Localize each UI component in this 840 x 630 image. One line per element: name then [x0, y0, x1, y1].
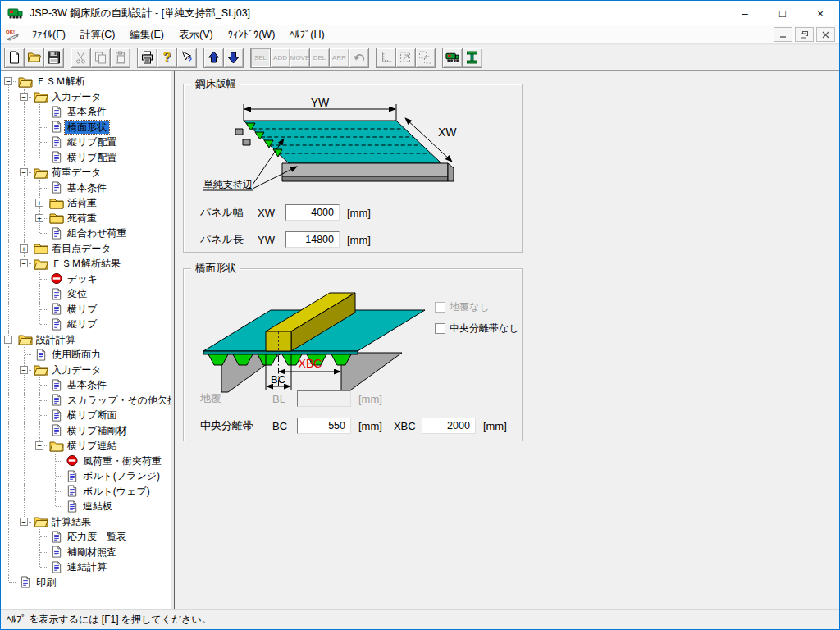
open-button[interactable]: [24, 48, 44, 68]
tree-item-label[interactable]: 横リブ断面: [65, 409, 120, 422]
tree-item[interactable]: +活荷重: [1, 195, 171, 211]
tree-item[interactable]: −ＦＳＭ解析: [1, 74, 171, 89]
section-tool-button[interactable]: [462, 48, 482, 68]
window-maximize-button[interactable]: □: [764, 1, 801, 25]
panel-length-input[interactable]: [285, 231, 340, 248]
tree-item-label[interactable]: 橋面形状: [65, 121, 109, 134]
expand-toggle-icon[interactable]: +: [35, 199, 43, 207]
tree-item-label[interactable]: 連結板: [80, 500, 115, 513]
collapse-toggle-icon[interactable]: −: [20, 259, 28, 267]
menu-file[interactable]: ﾌｧｲﾙ(F): [25, 27, 73, 42]
tree-item-label[interactable]: 基本条件: [65, 181, 109, 194]
tree-item[interactable]: 風荷重・衝突荷重: [1, 454, 171, 469]
tree-item[interactable]: +死荷重: [1, 211, 171, 226]
tree-item-label[interactable]: デッキ: [65, 272, 100, 285]
tree-item[interactable]: 基本条件: [1, 377, 171, 393]
tree-item[interactable]: ボルト(ウェブ): [1, 484, 171, 500]
tree-item-label[interactable]: ボルト(フランジ): [80, 469, 162, 482]
print-button[interactable]: [137, 48, 158, 68]
tree-item-label[interactable]: 入力データ: [49, 90, 104, 103]
collapse-toggle-icon[interactable]: −: [4, 77, 12, 85]
tree-item[interactable]: +着目点データ: [1, 241, 171, 257]
tree-item[interactable]: 連結計算: [1, 559, 171, 575]
tree-item-label[interactable]: 縦リブ配置: [65, 135, 120, 148]
tree-item[interactable]: 補剛材照査: [1, 545, 171, 560]
tree-item[interactable]: 横リブ: [1, 302, 171, 317]
tree-item-label[interactable]: 印刷: [34, 576, 58, 589]
tree-item-label[interactable]: 組合わせ荷重: [65, 226, 130, 240]
tree-item-label[interactable]: 基本条件: [65, 105, 109, 118]
no-curb-checkbox[interactable]: 地覆なし: [435, 300, 519, 314]
tree-item[interactable]: −ＦＳＭ解析結果: [1, 256, 171, 272]
tree-item-label[interactable]: 横リブ配置: [65, 151, 120, 164]
tree-item[interactable]: −横リブ連結: [1, 438, 171, 454]
tree-item[interactable]: 横リブ断面: [1, 408, 171, 423]
expand-toggle-icon[interactable]: +: [35, 214, 43, 222]
collapse-toggle-icon[interactable]: −: [20, 168, 28, 176]
tree-item[interactable]: 連結板: [1, 499, 171, 514]
tree-item[interactable]: −計算結果: [1, 514, 171, 530]
tree-item-label[interactable]: 横リブ補剛材: [65, 424, 130, 437]
menu-view[interactable]: 表示(V): [171, 26, 221, 43]
move-down-button[interactable]: [223, 48, 244, 68]
tree-item[interactable]: 変位: [1, 286, 171, 302]
collapse-toggle-icon[interactable]: −: [4, 336, 12, 344]
collapse-toggle-icon[interactable]: −: [35, 441, 43, 450]
tree-item[interactable]: −設計計算: [1, 332, 171, 348]
no-median-checkbox[interactable]: 中央分離帯なし: [435, 322, 519, 336]
tree-item[interactable]: −入力データ: [1, 363, 171, 378]
collapse-toggle-icon[interactable]: −: [20, 366, 28, 374]
menu-window[interactable]: ｳｨﾝﾄﾞｳ(W): [221, 27, 283, 42]
document-pencil-icon[interactable]: OK!: [5, 29, 20, 41]
no-curb-checkbox-input[interactable]: [435, 302, 445, 313]
tree-item-label[interactable]: 縦リブ: [65, 317, 100, 331]
tree-item[interactable]: 横リブ配置: [1, 150, 171, 166]
no-median-checkbox-input[interactable]: [435, 323, 445, 334]
new-button[interactable]: [4, 48, 25, 68]
tree-item[interactable]: ボルト(フランジ): [1, 468, 171, 484]
tree-item-label[interactable]: 荷重データ: [49, 166, 104, 179]
tree-item-label[interactable]: 入力データ: [49, 363, 104, 377]
tree-item[interactable]: 使用断面力: [1, 347, 171, 363]
mdi-minimize-button[interactable]: [774, 27, 792, 42]
collapse-toggle-icon[interactable]: −: [20, 518, 28, 526]
train-tool-button[interactable]: [442, 48, 463, 68]
mdi-restore-button[interactable]: [795, 27, 814, 42]
tree-item-label[interactable]: 計算結果: [49, 515, 94, 528]
tree-item[interactable]: 基本条件: [1, 180, 171, 196]
tree-item[interactable]: 縦リブ: [1, 317, 171, 332]
tree-item[interactable]: −入力データ: [1, 89, 171, 105]
tree-item-label[interactable]: 死荷重: [65, 212, 99, 225]
tree-item-label[interactable]: 横リブ: [65, 303, 100, 316]
tree-item[interactable]: スカラップ・その他欠損長: [1, 393, 171, 409]
panel-width-input[interactable]: [285, 204, 340, 221]
menu-help[interactable]: ﾍﾙﾌﾟ(H): [282, 27, 331, 42]
tree-item-label[interactable]: 設計計算: [34, 333, 78, 346]
tree-item-label[interactable]: 連結計算: [65, 560, 109, 573]
expand-toggle-icon[interactable]: +: [20, 244, 28, 253]
menu-edit[interactable]: 編集(E): [122, 26, 171, 43]
tree-item[interactable]: 横リブ補剛材: [1, 423, 171, 439]
tree-item[interactable]: −荷重データ: [1, 165, 171, 180]
tree-item-label[interactable]: ボルト(ウェブ): [80, 485, 153, 498]
tree-item[interactable]: 橋面形状: [1, 120, 171, 135]
tree-item-label[interactable]: スカラップ・その他欠損長: [65, 394, 171, 407]
median-bc-input[interactable]: [297, 418, 351, 434]
tree-item[interactable]: 縦リブ配置: [1, 135, 171, 150]
move-up-button[interactable]: [203, 48, 224, 68]
tree-item[interactable]: 応力度一覧表: [1, 529, 171, 545]
tree-item-label[interactable]: ＦＳＭ解析結果: [49, 257, 123, 270]
tree-item-label[interactable]: 横リブ連結: [65, 439, 120, 452]
tree-item[interactable]: 組合わせ荷重: [1, 226, 171, 241]
window-close-button[interactable]: ×: [801, 1, 839, 25]
tree-item[interactable]: デッキ: [1, 272, 171, 287]
tree-item-label[interactable]: 変位: [65, 287, 89, 300]
tree-item-label[interactable]: 活荷重: [65, 196, 99, 209]
tree-item-label[interactable]: 応力度一覧表: [65, 530, 129, 543]
tree-item-label[interactable]: 使用断面力: [49, 348, 103, 361]
tree-item[interactable]: 印刷: [1, 575, 171, 591]
help-button[interactable]: ?: [157, 48, 177, 68]
median-xbc-input[interactable]: [422, 418, 476, 434]
tree-item-label[interactable]: 風荷重・衝突荷重: [80, 454, 164, 468]
tree-item-label[interactable]: 基本条件: [65, 378, 109, 391]
